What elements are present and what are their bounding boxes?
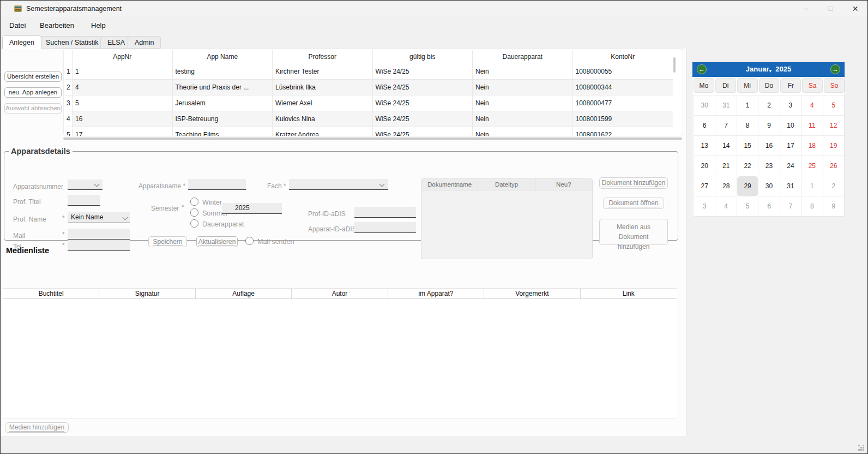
- column-header[interactable]: App Name: [173, 50, 273, 64]
- semester-year-input[interactable]: 2025: [222, 203, 282, 214]
- calendar-day[interactable]: 9: [758, 116, 780, 136]
- calendar-day[interactable]: 5: [823, 95, 845, 116]
- tab-admin[interactable]: Admin: [128, 36, 161, 49]
- calendar-day[interactable]: 12: [823, 116, 845, 136]
- calendar-day[interactable]: 31: [780, 176, 801, 196]
- winter-radio[interactable]: [190, 198, 198, 206]
- column-header[interactable]: KontoNr: [573, 50, 673, 64]
- calendar-day[interactable]: 11: [801, 116, 823, 136]
- calendar-day[interactable]: 5: [737, 196, 758, 217]
- table-row[interactable]: 11testingKirchner TesterWiSe 24/25Nein10…: [65, 64, 673, 80]
- calendar-day[interactable]: 16: [758, 136, 780, 156]
- calendar-day[interactable]: 7: [715, 116, 737, 136]
- column-header[interactable]: Autor: [292, 289, 388, 299]
- calendar-day[interactable]: 25: [801, 156, 823, 176]
- apparatsnummer-dropdown[interactable]: [68, 180, 103, 190]
- column-header[interactable]: Neu?: [535, 179, 592, 190]
- menu-bearbeiten[interactable]: Bearbeiten: [40, 21, 74, 29]
- calendar-day[interactable]: 10: [780, 116, 801, 136]
- calendar-day[interactable]: 8: [801, 196, 823, 217]
- column-header[interactable]: Dateityp: [478, 179, 535, 190]
- sommer-radio[interactable]: [190, 208, 198, 217]
- calendar-day[interactable]: 29: [737, 176, 758, 196]
- medien-hinzufuegen-button[interactable]: Medien hinzufügen: [5, 422, 69, 433]
- prof-id-adis-input[interactable]: [354, 207, 416, 218]
- aktualisieren-button[interactable]: Aktualisieren: [196, 236, 238, 247]
- calendar-day[interactable]: 19: [823, 136, 845, 156]
- column-header[interactable]: Buchtitel: [3, 289, 99, 299]
- mail-input[interactable]: [68, 229, 130, 240]
- calendar-day[interactable]: 4: [801, 95, 823, 116]
- calendar-day[interactable]: 31: [715, 95, 737, 116]
- column-header[interactable]: Dauerapparat: [473, 50, 573, 64]
- calendar-day[interactable]: 3: [694, 196, 715, 217]
- calendar-day[interactable]: 2: [758, 95, 780, 116]
- calendar-day[interactable]: 1: [801, 176, 823, 196]
- calendar-day[interactable]: 17: [780, 136, 801, 156]
- auswahl-abbrechen-button[interactable]: Auswahl abbrechen: [4, 103, 62, 113]
- uebersicht-erstellen-button[interactable]: Übersicht erstellen: [4, 71, 62, 82]
- calendar-month[interactable]: Januar: [746, 65, 769, 73]
- calendar-day[interactable]: 28: [715, 176, 737, 196]
- column-header[interactable]: AppNr: [73, 50, 173, 64]
- calendar-day[interactable]: 6: [758, 196, 780, 217]
- calendar-day[interactable]: 6: [694, 116, 715, 136]
- column-header[interactable]: Vorgemerkt: [484, 289, 580, 299]
- calendar-day[interactable]: 3: [780, 95, 801, 116]
- table-row[interactable]: 517Teaching FilmsKratzer AndreaWiSe 24/2…: [65, 127, 673, 136]
- calendar-day[interactable]: 22: [737, 156, 758, 176]
- table-row[interactable]: 416ISP-BetreuungKulovics NinaWiSe 24/25N…: [65, 111, 673, 127]
- prof-titel-input[interactable]: [68, 195, 100, 206]
- calendar-year[interactable]: 2025: [775, 65, 791, 73]
- dauerapparat-radio[interactable]: [190, 219, 198, 228]
- calendar-day[interactable]: 26: [823, 156, 845, 176]
- dokument-oeffnen-button[interactable]: Dokument öffnen: [603, 198, 664, 209]
- calendar-day[interactable]: 2: [823, 176, 845, 196]
- close-button[interactable]: ✕: [843, 1, 867, 17]
- calendar-day[interactable]: 7: [780, 196, 801, 217]
- dokument-hinzufuegen-button[interactable]: Dokument hinzufügen: [599, 177, 668, 189]
- calendar-day[interactable]: 21: [715, 156, 737, 176]
- calendar-day[interactable]: 27: [694, 176, 715, 196]
- menu-datei[interactable]: Datei: [9, 21, 26, 29]
- column-header[interactable]: Signatur: [99, 289, 195, 299]
- tab-anlegen[interactable]: Anlegen: [2, 35, 41, 49]
- fach-dropdown[interactable]: [289, 179, 388, 190]
- column-header[interactable]: gültig bis: [373, 50, 473, 64]
- calendar-day[interactable]: 13: [694, 136, 715, 156]
- horizontal-scrollbar[interactable]: [63, 138, 682, 140]
- column-header[interactable]: Auflage: [196, 289, 292, 299]
- apparat-id-adis-input[interactable]: [354, 222, 416, 233]
- calendar-day[interactable]: 30: [694, 95, 715, 116]
- calendar-day[interactable]: 20: [694, 156, 715, 176]
- neu-app-anlegen-button[interactable]: neu. App anlegen: [4, 87, 62, 98]
- calendar-day[interactable]: 8: [737, 116, 758, 136]
- table-row[interactable]: 35JerusalemWiemer AxelWiSe 24/25Nein1008…: [65, 95, 673, 111]
- prof-name-dropdown[interactable]: Kein Name: [68, 212, 130, 223]
- column-header[interactable]: im Apparat?: [388, 289, 484, 299]
- calendar-day[interactable]: 23: [758, 156, 780, 176]
- calendar-day[interactable]: 9: [823, 196, 845, 217]
- column-header[interactable]: Dokumentname: [421, 179, 478, 190]
- speichern-button[interactable]: Speichern: [148, 236, 187, 247]
- calendar-day[interactable]: 1: [737, 95, 758, 116]
- calendar-day[interactable]: 14: [715, 136, 737, 156]
- table-row[interactable]: 24Theorie und Praxis der ...Lüsebrink Il…: [65, 80, 673, 95]
- maximize-button[interactable]: □: [818, 1, 843, 17]
- mail-senden-radio[interactable]: [245, 237, 254, 245]
- column-header[interactable]: Link: [581, 289, 677, 299]
- tab-suchen-statistik[interactable]: Suchen / Statistik: [39, 36, 106, 49]
- apparatsname-input[interactable]: [188, 179, 246, 190]
- calendar-next-icon[interactable]: →: [830, 64, 840, 74]
- vertical-scrollbar[interactable]: [673, 57, 676, 73]
- column-header[interactable]: Professor: [273, 50, 373, 64]
- calendar-day[interactable]: 24: [780, 156, 801, 176]
- tel-input[interactable]: [68, 240, 130, 251]
- calendar-day[interactable]: 18: [801, 136, 823, 156]
- calendar-month-year[interactable]: Januar▾ 2025: [692, 65, 845, 74]
- calendar-day[interactable]: 4: [715, 196, 737, 217]
- minimize-button[interactable]: –: [794, 1, 818, 17]
- resize-grip-icon[interactable]: [858, 445, 860, 446]
- menu-help[interactable]: Help: [91, 21, 106, 29]
- calendar-day[interactable]: 15: [737, 136, 758, 156]
